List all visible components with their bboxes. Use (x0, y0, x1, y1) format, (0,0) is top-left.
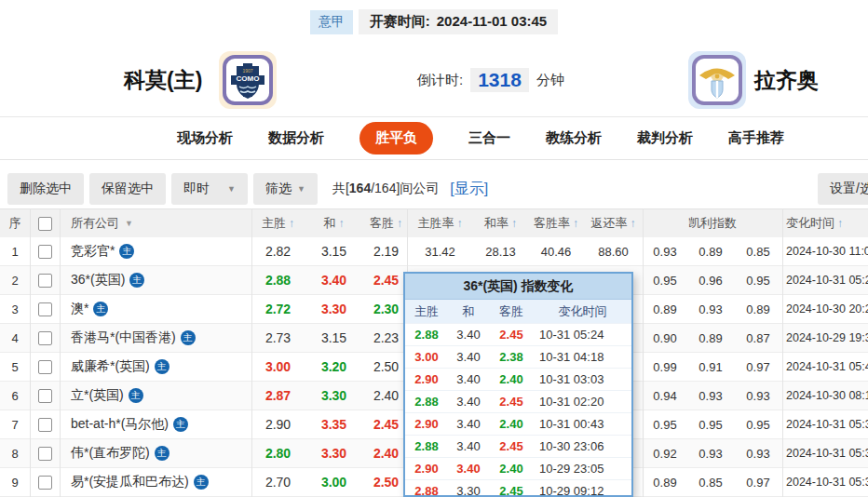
league-badge: 意甲 (310, 10, 353, 34)
draw-odds[interactable]: 3.30 (305, 382, 363, 410)
away-odds[interactable]: 2.19 (365, 237, 407, 265)
home-odds[interactable]: 2.87 (251, 382, 305, 410)
tab-coach-analysis[interactable]: 教练分析 (546, 129, 602, 147)
popup-row: 2.883.302.4510-29 09:12 (405, 479, 631, 497)
popup-change-time: 10-30 23:06 (534, 439, 631, 453)
draw-odds[interactable]: 3.15 (305, 237, 363, 265)
popup-row: 2.903.402.4010-29 23:05 (405, 457, 631, 479)
home-odds[interactable]: 2.72 (251, 295, 305, 323)
sort-up-icon: ↑ (511, 217, 517, 230)
tab-data-analysis[interactable]: 数据分析 (268, 129, 324, 147)
company-name: 香港马*(中国香港) (71, 329, 176, 346)
company-cell[interactable]: 易*(安提瓜和巴布达)主 (60, 468, 251, 496)
draw-odds[interactable]: 3.15 (305, 324, 363, 352)
popup-title: 36*(英国) 指数变化 (405, 274, 631, 300)
tab-three-in-one[interactable]: 三合一 (468, 129, 510, 147)
kelly-home: 0.90 (643, 324, 687, 352)
away-odds[interactable]: 2.50 (365, 468, 407, 496)
draw-odds[interactable]: 3.20 (305, 353, 363, 381)
como-crest-icon: 1907 COMO (218, 50, 278, 110)
company-cell[interactable]: 36*(英国)主 (60, 266, 251, 294)
col-header-away-odds[interactable]: 客胜↑ (365, 209, 407, 237)
keep-selected-button[interactable]: 保留选中 (89, 173, 166, 205)
popup-col-away: 客胜 (489, 303, 534, 320)
away-odds[interactable]: 2.50 (365, 353, 407, 381)
company-cell[interactable]: 竞彩官*主 (60, 237, 251, 265)
draw-odds[interactable]: 3.30 (305, 439, 363, 467)
col-header-away-rate-label: 客胜率 (534, 215, 570, 232)
draw-odds[interactable]: 3.00 (305, 468, 363, 496)
settings-button[interactable]: 设置/选项 (818, 173, 868, 205)
col-header-draw-rate[interactable]: 和率↑ (473, 209, 528, 237)
delete-selected-button[interactable]: 删除选中 (7, 173, 84, 205)
live-dropdown[interactable]: 即时 ▼ (171, 173, 248, 205)
popup-home-odds: 2.90 (405, 417, 448, 431)
away-odds[interactable]: 2.30 (365, 295, 407, 323)
tab-live-analysis[interactable]: 现场分析 (177, 129, 233, 147)
col-header-home-odds[interactable]: 主胜↑ (251, 209, 305, 237)
company-cell[interactable]: bet-at-h*(马尔他)主 (60, 410, 251, 438)
col-header-home-rate[interactable]: 主胜率↑ (407, 209, 473, 237)
home-odds[interactable]: 2.82 (251, 237, 305, 265)
away-odds[interactable]: 2.40 (365, 382, 407, 410)
col-header-away-rate[interactable]: 客胜率↑ (528, 209, 584, 237)
home-odds[interactable]: 2.73 (251, 324, 305, 352)
company-cell[interactable]: 澳*主 (60, 295, 251, 323)
row-checkbox[interactable] (38, 331, 52, 345)
tab-win-draw-lose[interactable]: 胜平负 (359, 122, 433, 154)
row-checkbox[interactable] (38, 418, 52, 432)
row-checkbox[interactable] (38, 274, 52, 288)
home-odds[interactable]: 3.00 (251, 353, 305, 381)
col-header-company[interactable]: 所有公司▼ (60, 209, 251, 237)
home-team-name: 科莫(主) (124, 66, 202, 95)
popup-home-odds: 3.00 (405, 350, 448, 364)
row-checkbox[interactable] (38, 360, 52, 374)
home-odds[interactable]: 2.88 (251, 266, 305, 294)
chevron-down-icon: ▼ (227, 184, 236, 194)
popup-away-odds: 2.45 (489, 328, 534, 342)
kelly-away: 0.95 (734, 410, 782, 438)
home-odds[interactable]: 2.80 (251, 439, 305, 467)
svg-text:1907: 1907 (242, 68, 252, 74)
away-odds[interactable]: 2.23 (365, 324, 407, 352)
match-header: 科莫(主) 1907 COMO 倒计时: 1318 分钟 (0, 42, 868, 117)
company-cell[interactable]: 伟*(直布罗陀)主 (60, 439, 251, 467)
filter-dropdown[interactable]: 筛选 ▼ (253, 173, 318, 205)
company-cell[interactable]: 香港马*(中国香港)主 (60, 324, 251, 352)
popup-away-odds: 2.40 (489, 372, 534, 386)
row-checkbox[interactable] (38, 389, 52, 403)
popup-row: 2.883.402.4510-30 23:06 (405, 435, 631, 457)
show-link[interactable]: [显示] (450, 180, 488, 199)
tab-expert-picks[interactable]: 高手推荐 (728, 129, 784, 147)
draw-odds[interactable]: 3.40 (305, 266, 363, 294)
row-checkbox[interactable] (38, 447, 52, 461)
col-header-draw-odds[interactable]: 和↑ (305, 209, 363, 237)
tab-referee-analysis[interactable]: 裁判分析 (637, 129, 693, 147)
popup-home-odds: 2.88 (405, 395, 448, 409)
row-number: 5 (0, 353, 30, 381)
home-odds[interactable]: 2.70 (251, 468, 305, 496)
row-checkbox[interactable] (38, 302, 52, 316)
popup-draw-odds: 3.40 (448, 350, 489, 364)
popup-home-odds: 2.90 (405, 462, 448, 476)
row-checkbox-cell (30, 410, 60, 438)
row-checkbox[interactable] (38, 245, 52, 259)
home-odds[interactable]: 2.90 (251, 410, 305, 438)
popup-col-time: 变化时间 (534, 303, 631, 320)
away-odds[interactable]: 2.40 (365, 439, 407, 467)
company-cell[interactable]: 立*(英国)主 (60, 382, 251, 410)
popup-draw-odds: 3.40 (448, 462, 489, 476)
col-header-change-time[interactable]: 变化时间↑ (782, 209, 868, 237)
away-odds[interactable]: 2.45 (365, 410, 407, 438)
kelly-draw: 0.93 (687, 382, 734, 410)
row-checkbox-cell (30, 353, 60, 381)
draw-odds[interactable]: 3.35 (305, 410, 363, 438)
row-number: 4 (0, 324, 30, 352)
away-odds[interactable]: 2.45 (365, 266, 407, 294)
company-cell[interactable]: 威廉希*(英国)主 (60, 353, 251, 381)
company-name: 威廉希*(英国) (71, 358, 150, 375)
col-header-return-rate[interactable]: 返还率↑ (584, 209, 643, 237)
draw-odds[interactable]: 3.30 (305, 295, 363, 323)
select-all-checkbox[interactable] (38, 217, 52, 231)
row-checkbox[interactable] (38, 476, 52, 490)
